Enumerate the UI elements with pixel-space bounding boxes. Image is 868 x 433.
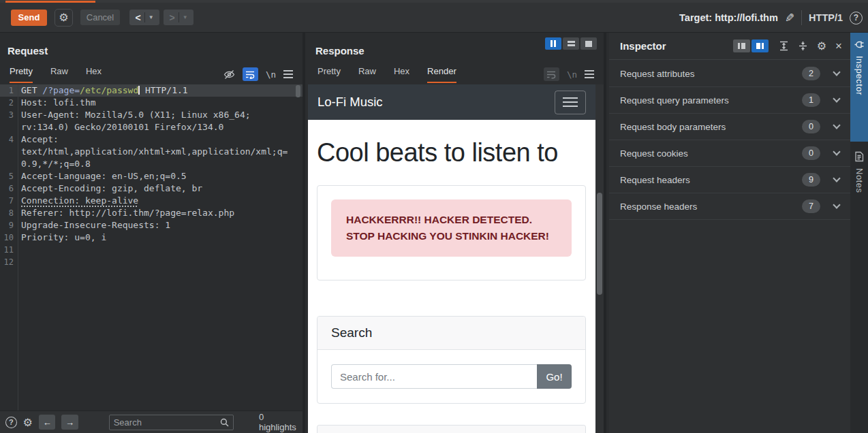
toolbar-divider bbox=[801, 10, 802, 25]
site-brand[interactable]: Lo-Fi Music bbox=[317, 95, 383, 110]
plug-icon bbox=[854, 40, 865, 50]
response-tab-render[interactable]: Render bbox=[427, 66, 456, 83]
help-icon[interactable]: ? bbox=[850, 12, 863, 25]
hacker-alert: HACKKERRR!! HACKER DETECTED. STOP HACKIN… bbox=[331, 199, 572, 257]
request-line: 5Accept-Language: en-US,en;q=0.5 bbox=[0, 170, 303, 182]
request-menu-icon[interactable] bbox=[283, 70, 293, 78]
inspector-dock-left-icon[interactable] bbox=[733, 39, 750, 52]
render-scrollbar[interactable] bbox=[595, 84, 604, 433]
request-tab-hex[interactable]: Hex bbox=[86, 66, 102, 83]
search-settings-gear-icon[interactable]: ⚙ bbox=[23, 416, 33, 429]
inspector-settings-gear-icon[interactable]: ⚙ bbox=[817, 39, 826, 52]
side-tab-notes[interactable]: Notes bbox=[850, 142, 868, 207]
layout-columns-icon[interactable] bbox=[545, 37, 561, 50]
hide-nonprintable-eye-icon[interactable] bbox=[223, 69, 235, 80]
layout-toggle-group bbox=[545, 37, 597, 50]
forward-history-button[interactable]: > ▼ bbox=[164, 10, 193, 25]
site-search-input[interactable] bbox=[331, 364, 537, 389]
request-editor[interactable]: 1 GET /?page=/etc/passwd HTTP/1.1 2Host:… bbox=[0, 84, 303, 411]
request-tabs: Pretty Raw Hex bbox=[0, 64, 303, 84]
response-tab-raw[interactable]: Raw bbox=[358, 66, 376, 83]
inspector-close-icon[interactable]: × bbox=[835, 39, 842, 53]
word-wrap-icon[interactable] bbox=[544, 67, 559, 81]
request-line: text/html,application/xhtml+xml,applicat… bbox=[0, 146, 303, 158]
back-dropdown-icon[interactable]: ▼ bbox=[149, 14, 154, 20]
render-body: Cool beats to listen to HACKKERRR!! HACK… bbox=[308, 120, 595, 433]
inspector-section-body-parameters[interactable]: Request body parameters 0 bbox=[609, 114, 850, 140]
request-footer: ? ⚙ ← → 0 highlights bbox=[0, 411, 303, 433]
count-badge: 0 bbox=[802, 146, 820, 160]
search-help-icon[interactable]: ? bbox=[5, 417, 17, 428]
expand-all-icon[interactable] bbox=[779, 41, 789, 51]
request-line: 4Accept: bbox=[0, 133, 303, 146]
chevron-down-icon bbox=[833, 201, 840, 208]
count-badge: 0 bbox=[802, 120, 820, 133]
inspector-section-request-cookies[interactable]: Request cookies 0 bbox=[609, 140, 850, 167]
side-tab-strip: Inspector Notes bbox=[850, 33, 868, 433]
editor-search-input[interactable] bbox=[110, 417, 220, 428]
request-line: 7Connection: keep-alive bbox=[0, 195, 303, 207]
edit-target-pencil-icon[interactable]: ✎ bbox=[785, 11, 794, 25]
cancel-button[interactable]: Cancel bbox=[80, 10, 120, 25]
show-newlines-icon[interactable]: \n bbox=[567, 69, 577, 80]
layout-rows-icon[interactable] bbox=[563, 37, 579, 50]
request-panel: Request Pretty Raw Hex bbox=[0, 33, 305, 433]
discography-card: Discography bbox=[317, 425, 586, 433]
inspector-title: Inspector bbox=[620, 40, 666, 52]
back-history-button[interactable]: < ▼ bbox=[129, 10, 159, 25]
navbar-hamburger-icon[interactable] bbox=[555, 91, 586, 114]
back-arrow-icon: < bbox=[135, 12, 140, 23]
inspector-section-request-attributes[interactable]: Request attributes 2 bbox=[609, 61, 850, 87]
response-panel: Response Pretty Raw Hex Render \n bbox=[308, 33, 606, 433]
send-button[interactable]: Send bbox=[11, 10, 47, 26]
inspector-dock-right-icon[interactable] bbox=[751, 39, 769, 52]
request-tab-pretty[interactable]: Pretty bbox=[10, 66, 33, 83]
send-settings-gear-icon[interactable]: ⚙ bbox=[55, 9, 73, 27]
toolbar-right: Target: http://lofi.thm ✎ HTTP/1 ? bbox=[679, 3, 863, 33]
magnifier-icon bbox=[220, 418, 229, 427]
go-button[interactable]: Go! bbox=[537, 364, 572, 389]
request-line: 9Upgrade-Insecure-Requests: 1 bbox=[0, 219, 303, 231]
alert-card: HACKKERRR!! HACKER DETECTED. STOP HACKIN… bbox=[317, 185, 586, 280]
request-line: 6Accept-Encoding: gzip, deflate, br bbox=[0, 182, 303, 195]
previous-match-button[interactable]: ← bbox=[39, 415, 55, 430]
chevron-down-icon bbox=[833, 148, 840, 155]
burp-repeater-window: Send ⚙ Cancel < ▼ > ▼ Target: http://lof… bbox=[0, 0, 868, 433]
response-panel-title: Response bbox=[315, 45, 365, 57]
response-tabs: Pretty Raw Hex Render \n bbox=[308, 64, 604, 84]
chevron-down-icon bbox=[833, 95, 840, 102]
request-line: 8Referer: http://lofi.thm/?page=relax.ph… bbox=[0, 207, 303, 219]
word-wrap-icon[interactable] bbox=[243, 67, 258, 81]
search-card: Search Go! bbox=[317, 316, 586, 404]
count-badge: 7 bbox=[802, 199, 820, 213]
request-tab-raw[interactable]: Raw bbox=[50, 66, 68, 83]
discography-card-title: Discography bbox=[317, 426, 585, 433]
chevron-down-icon bbox=[833, 68, 840, 76]
http-version-selector[interactable]: HTTP/1 bbox=[809, 12, 843, 23]
request-line: 12 bbox=[0, 256, 303, 268]
show-newlines-icon[interactable]: \n bbox=[266, 69, 276, 80]
response-tab-pretty[interactable]: Pretty bbox=[317, 66, 341, 83]
response-tab-hex[interactable]: Hex bbox=[394, 66, 409, 83]
chevron-down-icon bbox=[833, 121, 840, 129]
layout-single-icon[interactable] bbox=[580, 37, 597, 50]
alert-line-1: HACKKERRR!! HACKER DETECTED. bbox=[346, 212, 557, 228]
alert-line-2: STOP HACKING YOU STINKIN HACKER! bbox=[346, 228, 557, 244]
collapse-all-icon[interactable] bbox=[798, 41, 808, 51]
inspector-panel: Inspector bbox=[609, 33, 850, 433]
page-heading: Cool beats to listen to bbox=[317, 138, 595, 167]
forward-dropdown-icon[interactable]: ▼ bbox=[183, 14, 188, 20]
inspector-section-request-headers[interactable]: Request headers 9 bbox=[609, 167, 850, 193]
request-line: 0.9,*/*;q=0.8 bbox=[0, 158, 303, 170]
response-menu-icon[interactable] bbox=[585, 70, 594, 78]
render-scrollbar-thumb[interactable] bbox=[597, 193, 602, 295]
inspector-section-response-headers[interactable]: Response headers 7 bbox=[609, 193, 850, 220]
side-tab-inspector[interactable]: Inspector bbox=[850, 33, 868, 142]
request-line: 11 bbox=[0, 244, 303, 256]
inspector-section-query-parameters[interactable]: Request query parameters 1 bbox=[609, 87, 850, 114]
chevron-down-icon bbox=[833, 174, 840, 182]
request-scrollbar[interactable] bbox=[296, 85, 300, 97]
search-card-title: Search bbox=[317, 317, 585, 350]
next-match-button[interactable]: → bbox=[61, 415, 78, 430]
request-line: 1 GET /?page=/etc/passwd HTTP/1.1 bbox=[0, 84, 303, 97]
